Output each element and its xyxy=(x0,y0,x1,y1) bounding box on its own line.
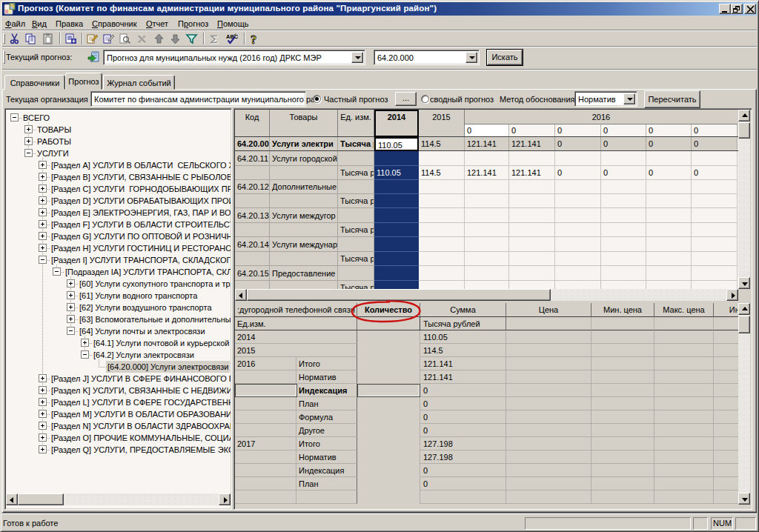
svg-text:?: ? xyxy=(251,33,256,45)
svg-text:ABC: ABC xyxy=(226,33,238,40)
